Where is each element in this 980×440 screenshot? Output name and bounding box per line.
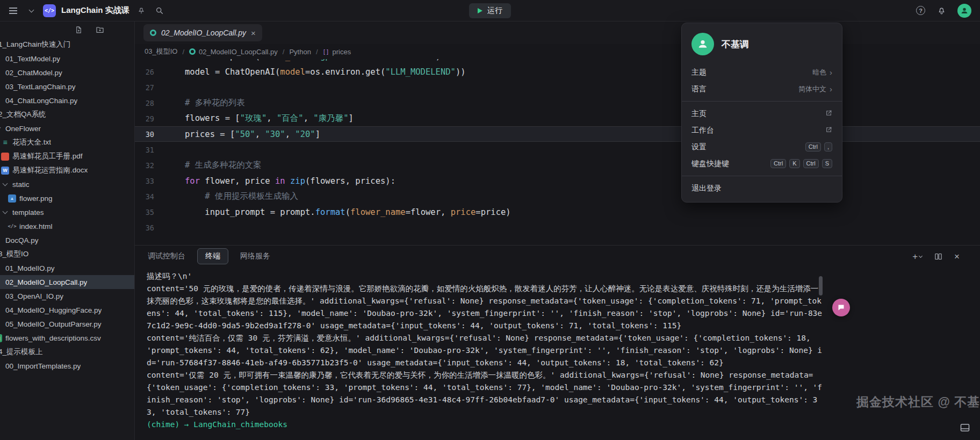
menu-item-settings[interactable]: 设置Ctrl, <box>682 139 842 155</box>
tree-item-folder[interactable]: static <box>1 177 134 191</box>
menu-item-logout[interactable]: 退出登录 <box>682 180 842 197</box>
chevron-down-icon[interactable] <box>25 4 38 17</box>
breadcrumb-item[interactable]: 03_模型IO <box>145 47 177 56</box>
code-editor[interactable]: 25model = OpenAI(model_name="gpt-3.5-tur… <box>135 59 980 245</box>
editor-tabbar: 02_ModelIO_LoopCall.py × <box>135 21 980 44</box>
docx-file-icon: W <box>1 167 9 175</box>
chevron-down-icon <box>919 254 923 257</box>
close-panel-icon[interactable]: × <box>954 252 960 261</box>
tree-item-file[interactable]: ≡花语大全.txt <box>1 135 134 149</box>
new-folder-icon[interactable] <box>93 23 106 36</box>
menu-item-extra <box>825 110 832 118</box>
tree-item-folder[interactable]: OneFlower <box>0 121 134 135</box>
code-line: 33for flower, price in zip(flowers, pric… <box>135 173 980 189</box>
topbar: </> LangChain 实战课 运行 ? <box>0 0 980 21</box>
python-file-icon <box>150 30 156 36</box>
split-panel-icon[interactable] <box>932 250 945 263</box>
menu-divider <box>682 101 842 102</box>
tree-item-file[interactable]: 易速鲜花员工手册.pdf <box>1 149 134 163</box>
search-icon[interactable] <box>153 4 166 17</box>
tree-item-file[interactable]: W易速鲜花运营指南.docx <box>1 163 134 177</box>
html-file-icon: </> <box>8 222 16 230</box>
breadcrumb-label: 02_ModelIO_LoopCall.py <box>199 48 278 56</box>
menu-item-home[interactable]: 主页 <box>682 105 842 122</box>
tree-item-file[interactable]: ▲flower.png <box>8 191 134 205</box>
tree-item-folder[interactable]: templates <box>1 205 134 219</box>
pin-icon[interactable] <box>135 4 148 17</box>
breadcrumb-item[interactable]: []prices <box>323 48 351 56</box>
app-logo-icon: </> <box>43 4 56 17</box>
tree-item-file[interactable]: 01_ModelIO.py <box>0 261 134 275</box>
code-text: input_prompt = prompt.format(flower_name… <box>167 207 511 217</box>
tree-item-file[interactable]: 02_ChatModel.py <box>0 66 134 80</box>
panel-header: 调试控制台终端网络服务 + × <box>135 246 980 267</box>
file-name: 02_ModelIO_LoopCall.py <box>5 278 87 286</box>
code-line: 30prices = ["50", "30", "20"] <box>135 126 980 142</box>
file-name: 2_文档QA系统 <box>0 110 46 119</box>
terminal-scrollbar[interactable] <box>819 276 823 295</box>
keycap: Ctrl <box>770 159 786 168</box>
user-menu-items: 主题暗色›语言简体中文›主页工作台设置Ctrl,键盘快捷键CtrlKCtrlS退… <box>682 64 842 197</box>
menu-item-language[interactable]: 语言简体中文› <box>682 81 842 97</box>
new-terminal-button[interactable]: + <box>912 252 922 261</box>
notifications-bell-icon[interactable] <box>935 4 948 17</box>
code-text: # 多种花的列表 <box>167 97 245 109</box>
tree-item-folder[interactable]: 2_文档QA系统 <box>0 107 134 121</box>
tree-item-file[interactable]: 00_ImportTemplates.py <box>0 359 134 373</box>
run-label: 运行 <box>487 6 502 16</box>
user-menu-header: 不基调 <box>682 23 842 64</box>
menu-item-theme[interactable]: 主题暗色› <box>682 64 842 81</box>
menu-icon[interactable] <box>6 4 19 17</box>
panel-tab[interactable]: 终端 <box>197 248 228 264</box>
pdf-file-icon <box>1 153 9 161</box>
user-avatar[interactable] <box>957 4 971 18</box>
breadcrumb-item[interactable]: 02_ModelIO_LoopCall.py <box>189 48 278 56</box>
panel-tabs: 调试控制台终端网络服务 <box>147 248 271 264</box>
file-name: OneFlower <box>5 125 41 133</box>
tab-close-icon[interactable]: × <box>251 29 256 37</box>
file-tree: 1_LangChain快速入门01_TextModel.py02_ChatMod… <box>0 38 134 440</box>
help-icon[interactable]: ? <box>916 6 925 15</box>
code-line: 28# 多种花的列表 <box>135 95 980 111</box>
line-number: 36 <box>135 223 167 232</box>
tree-item-file[interactable]: 03_TextLangChain.py <box>0 80 134 93</box>
tree-item-file[interactable]: ▦flowers_with_descriptions.csv <box>0 331 134 345</box>
menu-item-workspace[interactable]: 工作台 <box>682 122 842 139</box>
menu-item-shortcuts[interactable]: 键盘快捷键CtrlKCtrlS <box>682 155 842 172</box>
feedback-floating-button[interactable] <box>832 299 850 316</box>
tree-item-file[interactable]: 01_TextModel.py <box>0 52 134 66</box>
editor-tab[interactable]: 02_ModelIO_LoopCall.py × <box>143 24 262 41</box>
menu-item-label: 主页 <box>691 109 707 119</box>
panel-tab[interactable]: 网络服务 <box>239 249 271 264</box>
txt-file-icon: ≡ <box>1 139 9 147</box>
terminal-output[interactable]: 描述吗？\n'content='50 元的玫瑰，是爱的使者，传递着深情与浪漫。它… <box>135 267 980 440</box>
code-line: 27 <box>135 80 980 95</box>
tree-item-file[interactable]: </>index.html <box>8 219 134 233</box>
file-name: index.html <box>19 222 53 230</box>
breadcrumb-item[interactable]: Python <box>289 48 311 56</box>
tree-item-file[interactable]: 04_ChatLongChain.py <box>0 93 134 107</box>
panel-tab[interactable]: 调试控制台 <box>147 249 186 264</box>
tree-item-file[interactable]: 04_ModelIO_HuggingFace.py <box>0 303 134 317</box>
menu-item-label: 设置 <box>691 142 707 152</box>
tree-item-folder[interactable]: 4_提示模板上 <box>0 345 134 359</box>
tree-item-file[interactable]: 02_ModelIO_LoopCall.py <box>0 275 134 289</box>
tree-item-folder[interactable]: 3_模型IO <box>0 247 134 261</box>
chevron-down-icon <box>0 127 2 129</box>
run-button[interactable]: 运行 <box>469 3 511 18</box>
terminal-line: content='仅需 20 元，即可拥有一束温馨的康乃馨，它代表着无尽的爱与关… <box>147 369 824 419</box>
line-number: 30 <box>135 130 167 139</box>
toggle-panel-icon[interactable] <box>960 422 970 435</box>
tree-item-file[interactable]: DocQA.py <box>0 233 134 247</box>
file-name: 花语大全.txt <box>12 138 51 147</box>
line-number: 32 <box>135 161 167 170</box>
menu-item-extra: Ctrl, <box>805 142 832 152</box>
tree-item-file[interactable]: 03_OpenAI_IO.py <box>0 289 134 303</box>
tree-item-folder[interactable]: 1_LangChain快速入门 <box>0 38 134 52</box>
file-name: flower.png <box>19 194 53 203</box>
img-file-icon: ▲ <box>8 194 16 203</box>
tree-item-file[interactable]: 05_ModelIO_OutputParser.py <box>0 317 134 331</box>
menu-item-extra: 暗色› <box>812 68 832 77</box>
terminal-line: 描述吗？\n' <box>147 270 824 283</box>
new-file-icon[interactable] <box>72 23 85 36</box>
